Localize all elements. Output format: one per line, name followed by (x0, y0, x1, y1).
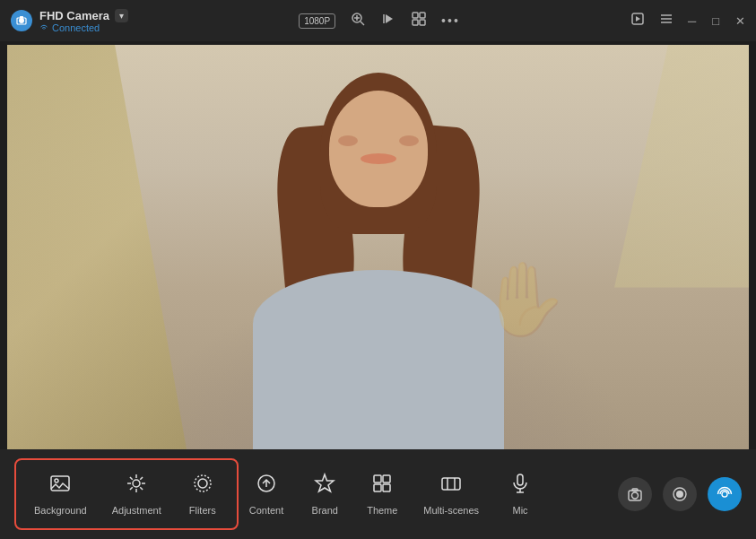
connected-label: Connected (52, 22, 100, 33)
tool-content[interactable]: Content (239, 465, 295, 523)
titlebar: FHD Camera ▾ Connected 1080P (0, 0, 756, 41)
svg-rect-9 (413, 13, 418, 18)
resolution-badge: 1080P (299, 13, 335, 29)
svg-rect-35 (374, 484, 381, 491)
svg-rect-36 (383, 484, 390, 491)
tools-container: Background Adjustment (14, 458, 600, 530)
app-title-group: FHD Camera ▾ Connected (39, 9, 128, 33)
video-feed: ✋ (7, 45, 749, 449)
svg-line-4 (361, 22, 364, 25)
titlebar-center: 1080P ••• (299, 11, 460, 30)
mic-label: Mic (512, 505, 527, 516)
svg-point-19 (55, 479, 58, 482)
svg-rect-45 (632, 489, 638, 491)
minimize-button[interactable]: ─ (688, 14, 696, 28)
svg-rect-33 (374, 475, 381, 482)
svg-point-0 (19, 18, 24, 23)
svg-marker-14 (636, 16, 640, 22)
svg-line-28 (140, 477, 143, 480)
adjustment-icon (126, 473, 147, 500)
adjustment-label: Adjustment (112, 505, 161, 516)
tool-filters[interactable]: Fliters (176, 465, 230, 523)
title-dropdown-button[interactable]: ▾ (115, 9, 128, 22)
filters-label: Fliters (189, 505, 216, 516)
record-button[interactable] (663, 477, 697, 511)
brand-label: Brand (312, 505, 338, 516)
brand-icon (314, 473, 335, 500)
app-title: FHD Camera (39, 9, 109, 22)
svg-point-20 (133, 480, 140, 487)
layout-icon[interactable] (411, 11, 427, 30)
bottom-bar: Background Adjustment (0, 449, 756, 539)
close-button[interactable]: ✕ (735, 14, 745, 28)
video-area: ✋ (7, 45, 749, 449)
titlebar-right: ─ □ ✕ (630, 12, 745, 30)
window-controls: ─ □ ✕ (688, 14, 745, 28)
waving-hand: ✋ (480, 257, 569, 342)
tool-mic[interactable]: Mic (493, 465, 547, 523)
right-controls (600, 477, 742, 511)
tool-brand[interactable]: Brand (298, 465, 352, 523)
svg-point-29 (198, 479, 207, 488)
wifi-icon (39, 22, 48, 33)
svg-rect-10 (420, 13, 425, 18)
svg-point-30 (195, 475, 211, 491)
maximize-button[interactable]: □ (712, 14, 719, 28)
tool-multi-scenes[interactable]: Multi-scenes (413, 465, 490, 523)
svg-point-44 (632, 492, 639, 499)
more-icon[interactable]: ••• (441, 13, 460, 28)
content-label: Content (249, 505, 284, 516)
mic-icon (509, 473, 531, 500)
svg-rect-37 (442, 478, 460, 490)
tool-theme[interactable]: Theme (355, 465, 409, 523)
skip-icon[interactable] (380, 11, 396, 30)
connected-status: Connected (39, 22, 128, 33)
stream-button[interactable] (708, 477, 742, 511)
svg-line-25 (130, 477, 133, 480)
content-icon (256, 473, 277, 500)
theme-icon (371, 473, 393, 500)
svg-rect-11 (413, 20, 418, 25)
svg-marker-8 (386, 14, 393, 23)
background-label: Background (34, 505, 87, 516)
titlebar-left: FHD Camera ▾ Connected (11, 9, 128, 33)
play-icon[interactable] (630, 12, 645, 30)
tool-background[interactable]: Background (23, 465, 98, 523)
svg-rect-2 (20, 16, 23, 19)
svg-line-26 (140, 487, 143, 490)
grouped-tools: Background Adjustment (14, 458, 239, 530)
camera-snapshot-button[interactable] (618, 477, 652, 511)
multi-scenes-label: Multi-scenes (423, 505, 479, 516)
svg-line-27 (130, 487, 133, 490)
tool-adjustment[interactable]: Adjustment (101, 465, 172, 523)
svg-rect-40 (517, 474, 523, 485)
background-icon (49, 473, 71, 500)
svg-rect-34 (383, 475, 390, 482)
face (329, 91, 428, 207)
multi-scenes-icon (440, 473, 462, 500)
hoodie (253, 270, 504, 449)
menu-icon[interactable] (659, 12, 673, 30)
plain-tools: Content Brand (239, 465, 547, 523)
svg-point-47 (676, 491, 683, 498)
svg-rect-12 (420, 20, 425, 25)
app-icon (11, 10, 32, 31)
zoom-in-icon[interactable] (350, 11, 366, 30)
svg-rect-18 (51, 476, 69, 491)
theme-label: Theme (367, 505, 397, 516)
filters-icon (192, 473, 213, 500)
